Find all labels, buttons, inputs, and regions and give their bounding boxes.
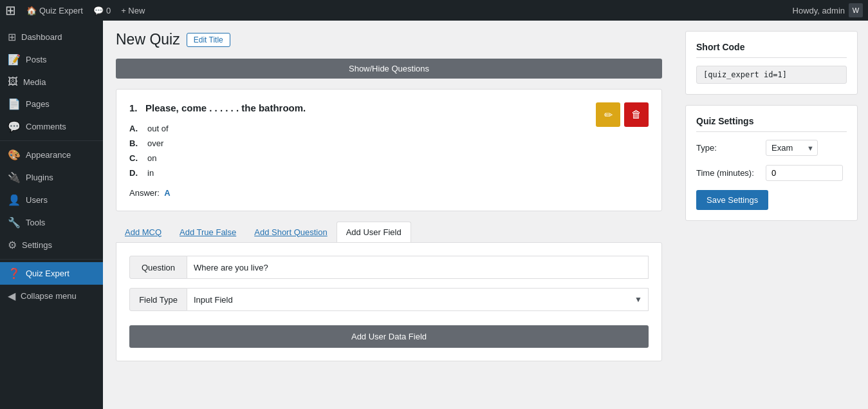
sidebar-item-settings[interactable]: ⚙ Settings xyxy=(0,234,103,256)
trash-icon: 🗑 xyxy=(631,109,642,120)
time-input[interactable] xyxy=(766,165,843,181)
add-user-data-field-button[interactable]: Add User Data Field xyxy=(129,325,649,348)
type-label: Type: xyxy=(696,143,761,153)
collapse-icon: ◀ xyxy=(8,290,15,302)
question-actions: ✏ 🗑 xyxy=(596,102,649,127)
wp-logo-icon[interactable]: ⊞ xyxy=(5,3,16,18)
question-text: 1. Please, come . . . . . . the bathroom… xyxy=(129,102,649,113)
question-options: A. out of B. over C. on D. in xyxy=(129,121,649,180)
sidebar: ⊞ Dashboard 📝 Posts 🖼 Media 📄 Pages 💬 Co… xyxy=(0,21,103,409)
tab-add-short-question[interactable]: Add Short Question xyxy=(245,222,336,242)
main-content: New Quiz Edit Title Show/Hide Questions … xyxy=(103,21,675,409)
comments-icon: 💬 xyxy=(8,120,21,133)
show-hide-questions-button[interactable]: Show/Hide Questions xyxy=(116,59,662,79)
sidebar-item-collapse[interactable]: ◀ Collapse menu xyxy=(0,285,103,307)
question-label: Question xyxy=(129,256,187,279)
shortcode-value[interactable]: [quiz_expert id=1] xyxy=(696,66,847,84)
option-c: C. on xyxy=(129,151,649,166)
user-avatar-icon[interactable]: W xyxy=(849,3,863,17)
field-type-row: Field Type Input Field Textarea Dropdown… xyxy=(129,288,649,311)
answer-value: A xyxy=(164,188,170,198)
shortcode-widget-title: Short Code xyxy=(696,42,847,58)
sidebar-divider-2 xyxy=(0,259,103,260)
option-a: A. out of xyxy=(129,121,649,136)
settings-icon: ⚙ xyxy=(8,239,17,251)
option-b: B. over xyxy=(129,136,649,151)
sidebar-item-comments[interactable]: 💬 Comments xyxy=(0,115,103,138)
save-settings-button[interactable]: Save Settings xyxy=(696,190,768,210)
type-select[interactable]: Exam Practice Survey xyxy=(766,140,818,156)
tab-add-true-false[interactable]: Add True False xyxy=(171,222,245,242)
tab-add-mcq[interactable]: Add MCQ xyxy=(116,222,171,242)
sidebar-item-appearance[interactable]: 🎨 Appearance xyxy=(0,144,103,166)
time-label: Time (minutes): xyxy=(696,168,761,178)
media-icon: 🖼 xyxy=(8,76,18,88)
type-select-wrapper: Exam Practice Survey ▼ xyxy=(766,140,818,156)
question-card: ✏ 🗑 1. Please, come . . . . . . the bath… xyxy=(116,89,662,211)
comment-icon: 💬 xyxy=(93,6,104,15)
sidebar-item-dashboard[interactable]: ⊞ Dashboard xyxy=(0,26,103,48)
question-row: Question xyxy=(129,256,649,279)
shortcode-widget: Short Code [quiz_expert id=1] xyxy=(685,31,858,95)
edit-title-button[interactable]: Edit Title xyxy=(187,33,230,47)
type-row: Type: Exam Practice Survey ▼ xyxy=(696,140,847,156)
pages-icon: 📄 xyxy=(8,98,21,110)
layout: ⊞ Dashboard 📝 Posts 🖼 Media 📄 Pages 💬 Co… xyxy=(0,21,868,409)
topbar-left: ⊞ 🏠 Quiz Expert 💬 0 + New xyxy=(5,3,782,18)
appearance-icon: 🎨 xyxy=(8,149,21,161)
topbar: ⊞ 🏠 Quiz Expert 💬 0 + New Howdy, admin W xyxy=(0,0,868,21)
dashboard-icon: ⊞ xyxy=(8,31,16,43)
sidebar-divider xyxy=(0,140,103,141)
posts-icon: 📝 xyxy=(8,53,21,66)
topbar-comments[interactable]: 💬 0 xyxy=(93,6,111,15)
sidebar-item-plugins[interactable]: 🔌 Plugins xyxy=(0,166,103,189)
tools-icon: 🔧 xyxy=(8,216,21,229)
right-sidebar: Short Code [quiz_expert id=1] Quiz Setti… xyxy=(675,21,868,409)
pencil-icon: ✏ xyxy=(604,109,613,121)
field-type-select[interactable]: Input Field Textarea Dropdown xyxy=(187,288,649,311)
quiz-expert-icon: ❓ xyxy=(8,267,21,280)
sidebar-item-media[interactable]: 🖼 Media xyxy=(0,71,103,93)
sidebar-item-users[interactable]: 👤 Users xyxy=(0,189,103,211)
topbar-new[interactable]: + New xyxy=(121,6,145,15)
page-title: New Quiz xyxy=(116,31,180,48)
sidebar-item-pages[interactable]: 📄 Pages xyxy=(0,93,103,115)
question-answer: Answer: A xyxy=(129,188,649,198)
time-row: Time (minutes): xyxy=(696,165,847,181)
topbar-site-name[interactable]: 🏠 Quiz Expert xyxy=(26,6,83,15)
edit-question-button[interactable]: ✏ xyxy=(596,102,620,127)
delete-question-button[interactable]: 🗑 xyxy=(624,102,649,127)
tab-add-user-field[interactable]: Add User Field xyxy=(337,222,411,242)
sidebar-item-quiz-expert[interactable]: ❓ Quiz Expert xyxy=(0,262,103,285)
page-header: New Quiz Edit Title xyxy=(116,31,662,48)
quiz-settings-widget: Quiz Settings Type: Exam Practice Survey… xyxy=(685,105,858,221)
sidebar-item-tools[interactable]: 🔧 Tools xyxy=(0,211,103,234)
topbar-right: Howdy, admin W xyxy=(793,3,863,17)
plugins-icon: 🔌 xyxy=(8,171,21,184)
field-type-select-wrapper: Input Field Textarea Dropdown ▼ xyxy=(187,288,649,311)
topbar-howdy: Howdy, admin xyxy=(793,6,845,15)
option-d: D. in xyxy=(129,166,649,180)
field-type-label: Field Type xyxy=(129,288,187,311)
users-icon: 👤 xyxy=(8,194,21,206)
quiz-settings-title: Quiz Settings xyxy=(696,116,847,132)
sidebar-item-posts[interactable]: 📝 Posts xyxy=(0,48,103,71)
add-user-field-form: Question Field Type Input Field Textarea… xyxy=(116,242,662,361)
add-question-tabs: Add MCQ Add True False Add Short Questio… xyxy=(116,222,662,242)
home-icon: 🏠 xyxy=(26,6,37,15)
question-input[interactable] xyxy=(187,256,649,279)
